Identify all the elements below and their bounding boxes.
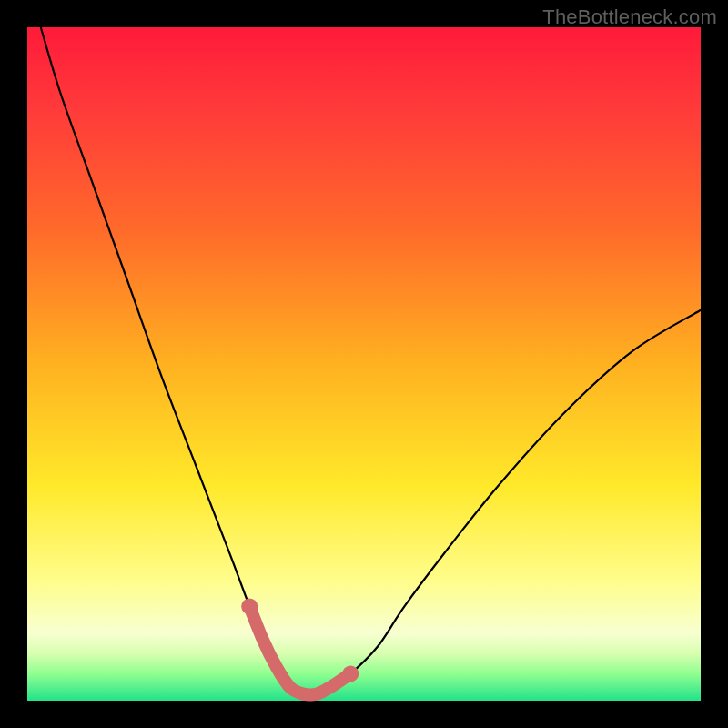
plot-area [27, 27, 701, 701]
bottleneck-curve [41, 27, 701, 695]
watermark-text: TheBottleneck.com [542, 5, 717, 29]
highlight-end-dot [342, 665, 359, 682]
highlight-segment [249, 606, 350, 694]
highlight-end-dot [241, 598, 258, 614]
chart-frame: TheBottleneck.com [0, 0, 728, 728]
curve-svg [27, 27, 701, 701]
